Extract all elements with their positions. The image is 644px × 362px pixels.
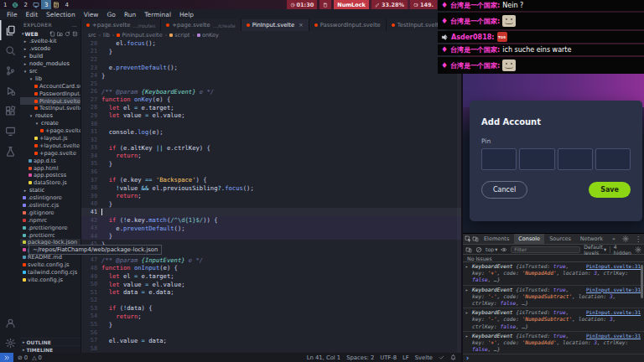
breadcrumb-src[interactable]: src [88, 32, 96, 39]
activitybar-remote[interactable] [0, 121, 20, 141]
tree-item-TestInput.svelte[interactable]: TestInput.svelte [20, 105, 80, 112]
code-line-36[interactable]: 36 [81, 168, 461, 176]
panel-timeline[interactable]: ▸TIMELINE [20, 345, 80, 353]
code-line-56[interactable]: 56 [81, 328, 461, 337]
workspace-4[interactable]: 4 [61, 0, 71, 9]
new-file-icon[interactable] [49, 31, 55, 37]
tree-item-README.md[interactable]: README.md [20, 254, 80, 261]
code-line-39[interactable]: 39 return; [81, 192, 461, 200]
more-tabs-button[interactable]: » [608, 234, 620, 244]
breadcrumb-onKey[interactable]: onKey [197, 32, 219, 39]
expand-caret-icon[interactable]: ▸ [465, 263, 468, 270]
tree-item-nodemodules[interactable]: ▸node_modules [20, 60, 80, 68]
expand-caret-icon[interactable]: ▸ [465, 287, 468, 293]
activitybar-debug[interactable] [0, 80, 20, 101]
code-line-29[interactable]: 29 let value = el.value; [81, 111, 461, 120]
console-sidebar-icon[interactable] [465, 245, 472, 254]
bell-icon[interactable] [450, 354, 456, 360]
code-line-49[interactable]: 49 let el = e.target; [81, 272, 461, 281]
code-line-38[interactable]: 38 !value && el.previousSibling?.focus()… [81, 184, 461, 192]
tree-item-+layout.js[interactable]: +layout.js [20, 135, 80, 142]
remote-indicator[interactable] [0, 353, 13, 362]
source-link[interactable]: PinInput.svelte:31 [586, 263, 641, 270]
menu-view[interactable]: View [80, 11, 103, 18]
pin-digit-input-1[interactable] [481, 148, 517, 170]
code-editor[interactable]: 20 el.focus();21 }2223 e.preventDefault(… [81, 39, 461, 353]
code-line-23[interactable]: 23 e.preventDefault(); [81, 64, 461, 72]
pin-digit-input-4[interactable] [595, 148, 631, 170]
tree-item-.prettierrc[interactable]: .prettierrc [20, 231, 80, 239]
menu-file[interactable]: File [3, 11, 22, 18]
console-scrollbar[interactable] [641, 265, 643, 298]
code-line-37[interactable]: 37 if (e.key == 'Backspace') { [81, 176, 461, 184]
code-line-31[interactable]: 31 console.log(e); [81, 127, 461, 136]
devtools-tab-elements[interactable]: Elements [480, 234, 513, 244]
code-line-41[interactable]: 41 [81, 208, 461, 216]
code-line-21[interactable]: 21 } [81, 48, 461, 56]
inspect-button[interactable] [465, 235, 471, 244]
breadcrumb-PinInput.svelte[interactable]: PinInput.svelte [117, 32, 162, 39]
code-line-28[interactable]: 28 let el = e.target; [81, 104, 461, 112]
tab-+page.svelte[interactable]: +page.svelte…/routes [81, 19, 161, 31]
console-log-row[interactable]: ▸PinInput.svelte:31KeyboardEvent {isTrus… [463, 308, 644, 332]
statusbar-encoding[interactable]: UTF-8 [380, 354, 397, 361]
tree-item-.vscode[interactable]: ▸.vscode [20, 45, 80, 53]
code-line-54[interactable]: 54 return; [81, 313, 461, 321]
tree-item-PasswordInput.sv..[interactable]: PasswordInput.sv.. [20, 90, 80, 97]
device-button[interactable] [472, 235, 479, 244]
tree-item-src[interactable]: ▾src [20, 68, 80, 75]
settings-button[interactable] [621, 235, 631, 244]
activitybar-search[interactable] [0, 40, 20, 60]
source-link[interactable]: PinInput.svelte:31 [586, 287, 641, 293]
activitybar-source-control[interactable] [0, 60, 20, 80]
code-line-57[interactable]: 57 el.value = data; [81, 336, 461, 344]
eye-icon[interactable] [501, 245, 507, 254]
refresh-icon[interactable] [65, 31, 70, 37]
editor-scrollbar[interactable] [457, 39, 461, 353]
menu-run[interactable]: Run [120, 11, 140, 18]
tab-+page.svelte[interactable]: +page.svelte…/create [161, 19, 241, 31]
breadcrumb-script[interactable]: script [169, 32, 190, 39]
code-line-35[interactable]: 35 } [81, 160, 461, 168]
code-line-52[interactable]: 52 [81, 297, 461, 305]
code-line-34[interactable]: 34 return; [81, 152, 461, 160]
tree-item-static[interactable]: ▸static [20, 187, 80, 194]
menu-go[interactable]: Go [102, 11, 119, 18]
tree-item-+page.svelte[interactable]: +page.svelte [20, 127, 80, 135]
tree-item-tailwind.config.cjs[interactable]: tailwind.config.cjs [20, 269, 80, 277]
tree-item-lib[interactable]: ▾lib [20, 75, 80, 82]
console-log-row[interactable]: ▸PinInput.svelte:31KeyboardEvent {isTrus… [463, 332, 644, 354]
tree-item-.eslintrc.cjs[interactable]: .eslintrc.cjs [20, 202, 80, 209]
activitybar-settings[interactable] [0, 333, 20, 353]
activitybar-testing[interactable] [0, 141, 20, 161]
tree-item-vite.config.js[interactable]: vite.config.js [20, 277, 80, 284]
console-prompt[interactable]: › [463, 354, 644, 362]
context-selector[interactable]: top ▾ [486, 246, 497, 252]
code-line-25[interactable]: 25 [81, 80, 461, 88]
pin-digit-input-2[interactable] [519, 148, 554, 170]
devtools-tab-network[interactable]: Network [576, 234, 607, 244]
workspace-1[interactable]: 1 [0, 0, 10, 9]
console-filter-input[interactable] [511, 246, 580, 253]
menu-edit[interactable]: Edit [22, 11, 43, 18]
devtools-tab-sources[interactable]: Sources [545, 234, 575, 244]
tree-item-app.postcss[interactable]: app.postcss [20, 172, 80, 179]
source-link[interactable]: PinInput.svelte:31 [586, 333, 641, 339]
code-line-47[interactable]: 47/** @param {InputEvent} e */ [81, 256, 461, 265]
source-link[interactable]: PinInput.svelte:31 [586, 309, 641, 316]
tree-item-+layout.svelte[interactable]: +layout.svelte [20, 142, 80, 149]
tree-item-build[interactable]: ▸build [20, 53, 80, 60]
menu-selection[interactable]: Selection [42, 11, 80, 18]
prettier-icon[interactable] [439, 354, 444, 360]
statusbar-line-col[interactable]: Ln 41, Col 1 [307, 354, 341, 361]
code-line-27[interactable]: 27function onKey(e) { [81, 96, 461, 104]
menu-help[interactable]: Help [175, 11, 198, 18]
problems-errors[interactable]: ⊘ 0 [18, 354, 28, 361]
menu-terminal[interactable]: Terminal [140, 11, 175, 18]
code-line-58[interactable]: 58 [81, 344, 461, 353]
workspace-section[interactable]: ▾ WEB [20, 29, 80, 38]
panel-outline[interactable]: ▸OUTLINE [20, 338, 80, 345]
activitybar-extensions[interactable] [0, 101, 20, 121]
expand-caret-icon[interactable]: ▸ [465, 309, 468, 316]
tree-item-create[interactable]: ▾create [20, 120, 80, 127]
